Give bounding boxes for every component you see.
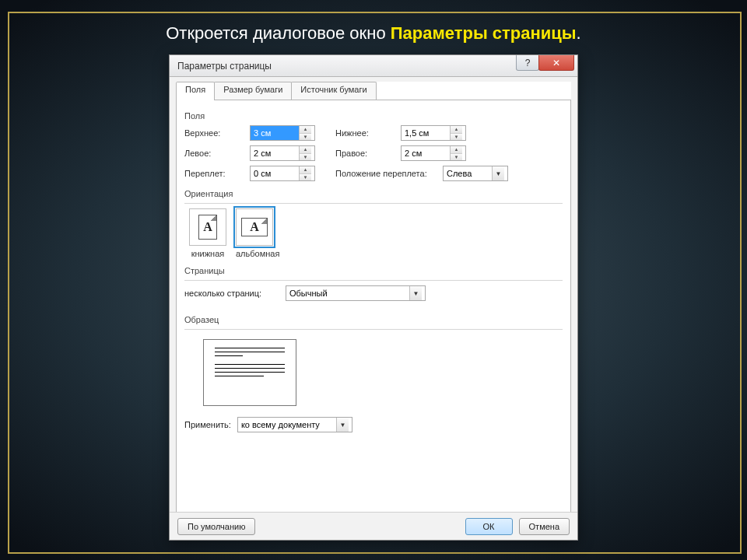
multi-pages-value[interactable] [286, 286, 409, 300]
close-button[interactable]: ✕ [538, 55, 574, 71]
left-margin-spinner[interactable]: ▲▼ [250, 145, 315, 161]
default-button[interactable]: По умолчанию [177, 518, 255, 535]
right-margin-label: Правое: [335, 149, 396, 158]
close-icon: ✕ [552, 58, 560, 68]
help-button[interactable]: ? [516, 55, 539, 71]
spin-up-icon[interactable]: ▲ [300, 126, 311, 134]
bottom-margin-label: Нижнее: [335, 128, 396, 138]
spin-down-icon[interactable]: ▼ [300, 154, 311, 161]
tab-paper-source[interactable]: Источник бумаги [291, 82, 376, 100]
spin-down-icon[interactable]: ▼ [300, 134, 311, 141]
pages-group-label: Страницы [184, 266, 563, 275]
tab-strip: Поля Размер бумаги Источник бумаги [176, 82, 571, 100]
help-icon: ? [525, 58, 531, 68]
window-buttons: ? ✕ [517, 55, 574, 71]
apply-to-label: Применить: [184, 420, 231, 429]
apply-to-dropdown[interactable]: ▼ [237, 417, 352, 432]
orientation-landscape[interactable]: A альбомная [236, 208, 279, 258]
orientation-landscape-label: альбомная [236, 249, 279, 258]
orientation-portrait[interactable]: A книжная [189, 208, 226, 258]
orientation-portrait-label: книжная [189, 249, 226, 258]
caption-highlight: Параметры страницы [391, 23, 577, 43]
gutter-pos-value[interactable] [444, 166, 492, 180]
ok-button[interactable]: ОК [465, 518, 513, 535]
cancel-button[interactable]: Отмена [519, 518, 570, 535]
chevron-down-icon[interactable]: ▼ [492, 166, 504, 180]
gutter-pos-dropdown[interactable]: ▼ [443, 166, 508, 181]
spin-up-icon[interactable]: ▲ [451, 146, 462, 154]
dialog-footer: По умолчанию ОК Отмена [170, 512, 577, 540]
caption-period: . [577, 23, 581, 43]
left-margin-input[interactable] [251, 146, 299, 160]
chevron-down-icon[interactable]: ▼ [336, 418, 349, 432]
dialog-title: Параметры страницы [177, 61, 272, 72]
tab-paper-size[interactable]: Размер бумаги [214, 82, 292, 100]
bottom-margin-spinner[interactable]: ▲▼ [401, 125, 466, 141]
titlebar[interactable]: Параметры страницы ? ✕ [170, 55, 577, 77]
caption-plain: Откроется диалоговое окно [166, 23, 390, 43]
top-margin-input[interactable] [251, 126, 299, 140]
chevron-down-icon[interactable]: ▼ [409, 286, 422, 300]
spin-up-icon[interactable]: ▲ [300, 146, 311, 154]
spin-down-icon[interactable]: ▼ [451, 134, 462, 141]
top-margin-spinner[interactable]: ▲▼ [250, 125, 315, 141]
orientation-group-label: Ориентация [184, 189, 563, 198]
portrait-page-icon: A [198, 215, 217, 240]
landscape-page-icon: A [241, 218, 268, 236]
multi-pages-dropdown[interactable]: ▼ [286, 285, 426, 301]
gutter-spinner[interactable]: ▲▼ [250, 166, 315, 181]
right-margin-spinner[interactable]: ▲▼ [401, 145, 466, 161]
spin-down-icon[interactable]: ▼ [300, 174, 311, 181]
bottom-margin-input[interactable] [402, 126, 450, 140]
gutter-input[interactable] [251, 166, 299, 180]
right-margin-input[interactable] [402, 146, 450, 160]
spin-up-icon[interactable]: ▲ [300, 166, 311, 174]
preview-group-label: Образец [184, 315, 563, 324]
preview-thumbnail [203, 339, 296, 406]
margins-group-label: Поля [184, 111, 563, 121]
apply-to-value[interactable] [238, 418, 336, 432]
dialog-body: Поля Верхнее: ▲▼ Нижнее: ▲▼ Левое: [176, 100, 571, 524]
orientation-picker: A книжная A альбомная [189, 208, 563, 258]
slide-caption: Откроется диалоговое окно Параметры стра… [0, 23, 747, 44]
spin-up-icon[interactable]: ▲ [451, 126, 462, 134]
tab-fields[interactable]: Поля [176, 82, 215, 100]
spin-down-icon[interactable]: ▼ [451, 154, 462, 161]
multi-pages-label: несколько страниц: [184, 289, 286, 298]
page-setup-dialog: Параметры страницы ? ✕ Поля Размер бумаг… [169, 54, 578, 541]
gutter-pos-label: Положение переплета: [335, 169, 438, 178]
top-margin-label: Верхнее: [184, 128, 245, 138]
gutter-label: Переплет: [184, 169, 245, 178]
left-margin-label: Левое: [184, 149, 245, 158]
